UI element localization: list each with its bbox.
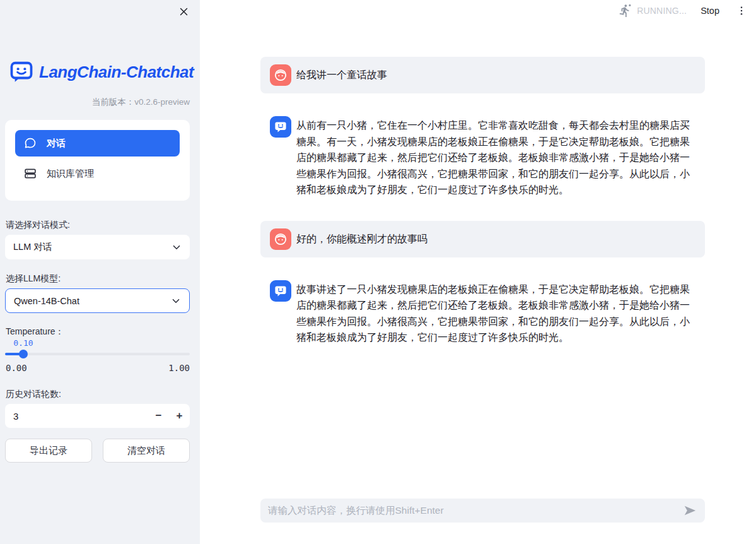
sidebar: LangChain-Chatchat 当前版本：v0.2.6-preview 对… — [0, 0, 200, 544]
running-status: RUNNING... — [618, 4, 687, 18]
sidebar-item-knowledge-base[interactable]: 知识库管理 — [15, 161, 180, 186]
temperature-value: 0.10 — [13, 338, 33, 348]
slider-max: 1.00 — [168, 363, 190, 373]
running-man-icon — [618, 4, 632, 18]
chat-input[interactable] — [268, 505, 676, 516]
message-text: 故事讲述了一只小猪发现糖果店的老板娘正在偷糖果，于是它决定帮助老板娘。它把糖果店… — [296, 280, 695, 346]
dialog-mode-label: 请选择对话模式: — [6, 220, 70, 231]
message-text: 给我讲一个童话故事 — [296, 67, 387, 83]
user-message: 给我讲一个童话故事 — [260, 57, 705, 93]
temperature-label: Temperature： — [6, 326, 64, 338]
message-text: 好的，你能概述刚才的故事吗 — [296, 231, 427, 247]
version-info: 当前版本：v0.2.6-preview — [92, 97, 190, 108]
stop-button[interactable]: Stop — [701, 6, 719, 16]
history-rounds-input[interactable]: 3 − + — [5, 404, 190, 428]
history-rounds-label: 历史对话轮数: — [6, 389, 61, 400]
dialog-mode-value: LLM 对话 — [13, 241, 52, 253]
llm-model-select[interactable]: Qwen-14B-Chat — [5, 288, 190, 313]
chevron-down-icon — [170, 295, 182, 307]
user-avatar — [270, 228, 291, 250]
assistant-avatar — [270, 116, 291, 138]
llm-model-label: 选择LLM模型: — [6, 273, 61, 285]
dialog-mode-select[interactable]: LLM 对话 — [5, 235, 190, 259]
chat-bubble-icon — [24, 137, 37, 150]
version-value: v0.2.6-preview — [134, 97, 190, 107]
temperature-slider[interactable] — [5, 350, 190, 358]
assistant-bubble-icon — [273, 119, 288, 134]
nav-card: 对话 知识库管理 — [5, 120, 190, 201]
message-text: 从前有一只小猪，它住在一个小村庄里。它非常喜欢吃甜食，每天都会去村里的糖果店买糖… — [296, 116, 695, 198]
close-icon — [178, 6, 189, 17]
llm-model-value: Qwen-14B-Chat — [14, 296, 79, 306]
kebab-menu-icon — [736, 5, 747, 16]
sidebar-item-dialogue[interactable]: 对话 — [15, 130, 180, 157]
user-face-icon — [273, 232, 288, 247]
database-icon — [24, 167, 37, 180]
chatchat-logo-icon — [9, 60, 34, 84]
assistant-message: 故事讲述了一只小猪发现糖果店的老板娘正在偷糖果，于是它决定帮助老板娘。它把糖果店… — [260, 273, 705, 353]
main-menu-button[interactable] — [735, 4, 748, 18]
slider-track[interactable] — [5, 353, 190, 355]
user-message: 好的，你能概述刚才的故事吗 — [260, 221, 705, 257]
assistant-message: 从前有一只小猪，它住在一个小村庄里。它非常喜欢吃甜食，每天都会去村里的糖果店买糖… — [260, 109, 705, 206]
app-title: LangChain-Chatchat — [39, 62, 194, 82]
export-history-button[interactable]: 导出记录 — [5, 439, 92, 463]
chevron-down-icon — [171, 242, 182, 253]
sidebar-item-label: 知识库管理 — [47, 168, 94, 180]
app-logo: LangChain-Chatchat — [9, 60, 194, 84]
user-avatar — [270, 64, 291, 86]
sidebar-actions: 导出记录 清空对话 — [5, 439, 190, 463]
version-label: 当前版本： — [92, 97, 135, 107]
clear-dialog-button[interactable]: 清空对话 — [103, 439, 190, 463]
assistant-avatar — [270, 280, 291, 302]
decrement-button[interactable]: − — [148, 404, 169, 428]
slider-thumb[interactable] — [19, 350, 28, 358]
user-face-icon — [273, 68, 288, 83]
slider-min: 0.00 — [6, 363, 27, 373]
history-rounds-value: 3 — [5, 411, 148, 422]
send-icon — [683, 504, 697, 517]
close-sidebar-button[interactable] — [177, 5, 190, 18]
chat-input-container — [260, 499, 705, 523]
sidebar-item-label: 对话 — [47, 138, 66, 150]
app-header: RUNNING... Stop — [200, 0, 756, 21]
chat-message-list: 给我讲一个童话故事 从前有一只小猪，它住在一个小村庄里。它非常喜欢吃甜食，每天都… — [260, 57, 705, 369]
increment-button[interactable]: + — [169, 404, 190, 428]
send-message-button[interactable] — [682, 503, 697, 518]
status-text: RUNNING... — [637, 6, 687, 16]
assistant-bubble-icon — [273, 283, 288, 299]
slider-minmax: 0.00 1.00 — [6, 363, 190, 373]
